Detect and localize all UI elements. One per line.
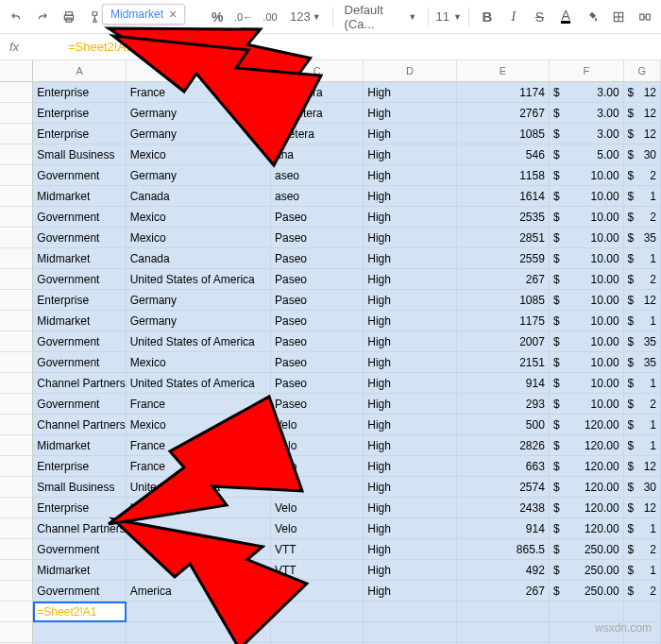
cell[interactable]: 500: [457, 415, 550, 435]
tooltip-close-icon[interactable]: ×: [169, 8, 177, 21]
cell[interactable]: [127, 602, 271, 622]
cell[interactable]: $2: [624, 269, 661, 290]
cell[interactable]: 492: [457, 560, 550, 581]
cell[interactable]: Midmarket: [33, 186, 126, 207]
cell[interactable]: $10.00: [550, 248, 624, 269]
row-header[interactable]: [0, 373, 33, 394]
cell[interactable]: High: [364, 477, 456, 498]
cell[interactable]: Small Business: [33, 144, 126, 165]
row-header[interactable]: [0, 622, 33, 643]
col-header-C[interactable]: C: [271, 60, 364, 81]
cell[interactable]: $12: [624, 124, 661, 144]
cell[interactable]: Paseo: [271, 248, 364, 269]
cell[interactable]: $2: [624, 207, 661, 228]
cell[interactable]: Carretera: [271, 82, 364, 103]
cell[interactable]: $2: [624, 539, 661, 560]
cell[interactable]: Mexico: [127, 415, 271, 435]
cell[interactable]: Small Business: [33, 477, 126, 498]
cell[interactable]: $250.00: [550, 560, 624, 581]
cell[interactable]: 865.5: [457, 539, 550, 560]
cell[interactable]: $3.00: [550, 103, 624, 124]
cell[interactable]: Carretera: [271, 103, 364, 124]
cell[interactable]: Germany: [127, 311, 271, 331]
cell[interactable]: High: [364, 539, 456, 560]
row-header[interactable]: [0, 103, 33, 124]
cell[interactable]: Paseo: [271, 207, 364, 228]
cell[interactable]: High: [364, 394, 456, 415]
cell[interactable]: $10.00: [550, 207, 624, 228]
cell[interactable]: Velo: [271, 456, 364, 477]
cell[interactable]: $1: [624, 435, 661, 456]
cell[interactable]: Enterprise: [33, 456, 126, 477]
cell[interactable]: Government: [33, 165, 126, 186]
merge-button[interactable]: [633, 5, 657, 29]
col-header-E[interactable]: E: [457, 60, 550, 81]
cell[interactable]: Midmarket: [33, 560, 126, 581]
cell[interactable]: [550, 602, 624, 622]
cell[interactable]: Mexico: [127, 228, 271, 248]
cell[interactable]: Velo: [271, 477, 364, 498]
cell[interactable]: [33, 622, 126, 643]
cell[interactable]: Government: [33, 331, 126, 352]
cell[interactable]: VTT: [271, 581, 364, 602]
cell[interactable]: 2535: [457, 207, 550, 228]
cell[interactable]: Un d Stat: [127, 498, 271, 518]
cell[interactable]: $12: [624, 290, 661, 311]
cell[interactable]: Mexico: [127, 207, 271, 228]
cell[interactable]: High: [364, 373, 456, 394]
cell[interactable]: $1: [624, 415, 661, 435]
cell[interactable]: $1: [624, 518, 661, 539]
increase-decimal-button[interactable]: .00: [258, 5, 282, 29]
cell[interactable]: 2767: [457, 103, 550, 124]
cell[interactable]: $12: [624, 456, 661, 477]
cell[interactable]: $12: [624, 82, 661, 103]
formula-input[interactable]: [66, 39, 661, 55]
row-header[interactable]: [0, 602, 33, 622]
cell[interactable]: $120.00: [550, 477, 624, 498]
row-header[interactable]: [0, 477, 33, 498]
cell[interactable]: High: [364, 498, 456, 518]
row-header[interactable]: [0, 456, 33, 477]
cell[interactable]: 2151: [457, 352, 550, 373]
cell[interactable]: $2: [624, 581, 661, 602]
cell[interactable]: France: [127, 82, 271, 103]
cell[interactable]: 2574: [457, 477, 550, 498]
cell[interactable]: Velo: [271, 498, 364, 518]
row-header[interactable]: [0, 207, 33, 228]
cell[interactable]: 1174: [457, 82, 550, 103]
cell[interactable]: 546: [457, 144, 550, 165]
cell[interactable]: 663: [457, 456, 550, 477]
number-format-dropdown[interactable]: 123▼: [284, 5, 327, 29]
cell[interactable]: aseo: [271, 165, 364, 186]
cell[interactable]: 2851: [457, 228, 550, 248]
cell[interactable]: 267: [457, 581, 550, 602]
select-all-corner[interactable]: [0, 60, 33, 81]
row-header[interactable]: [0, 518, 33, 539]
cell[interactable]: $10.00: [550, 186, 624, 207]
percent-button[interactable]: %: [205, 5, 229, 29]
cell[interactable]: 1614: [457, 186, 550, 207]
cell[interactable]: 914: [457, 373, 550, 394]
cell[interactable]: High: [364, 435, 456, 456]
cell[interactable]: [127, 622, 271, 643]
cell[interactable]: High: [364, 331, 456, 352]
cell[interactable]: $1: [624, 186, 661, 207]
cell[interactable]: Midmarket: [33, 435, 126, 456]
cell[interactable]: Germany: [127, 124, 271, 144]
cell[interactable]: $10.00: [550, 311, 624, 331]
col-header-A[interactable]: A: [33, 60, 126, 81]
print-button[interactable]: [57, 5, 81, 29]
row-header[interactable]: [0, 186, 33, 207]
cell[interactable]: 293: [457, 394, 550, 415]
cell[interactable]: 2007: [457, 331, 550, 352]
cell[interactable]: $2: [624, 394, 661, 415]
cell[interactable]: $35: [624, 331, 661, 352]
cell[interactable]: Channel Partners: [33, 415, 126, 435]
cell[interactable]: $10.00: [550, 290, 624, 311]
row-header[interactable]: [0, 331, 33, 352]
cell[interactable]: Canada: [127, 186, 271, 207]
cell[interactable]: Germany: [127, 165, 271, 186]
cell[interactable]: [364, 602, 456, 622]
cell[interactable]: High: [364, 82, 456, 103]
cell[interactable]: Midmarket: [33, 311, 126, 331]
